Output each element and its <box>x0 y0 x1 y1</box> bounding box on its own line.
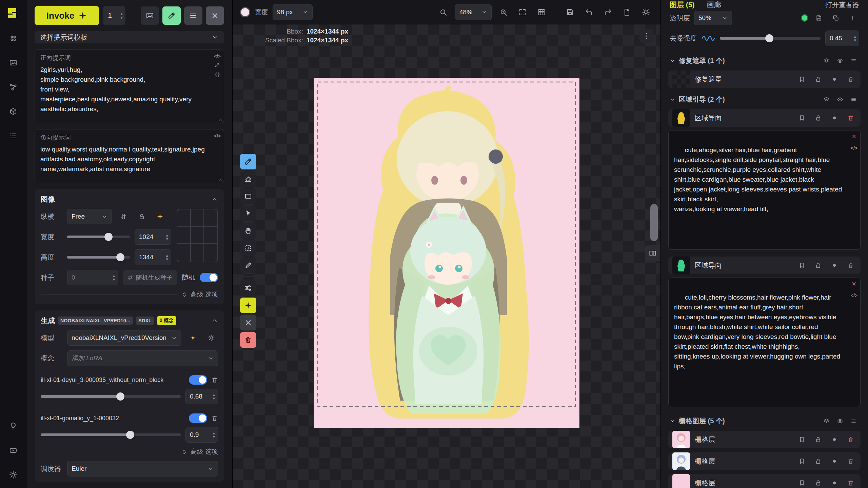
code-icon[interactable]: </> <box>214 133 220 139</box>
swap-dimensions-icon[interactable] <box>117 210 130 223</box>
bookmark-icon[interactable] <box>796 455 808 467</box>
inpaint-mask-layer[interactable]: 修复遮罩 <box>668 70 861 88</box>
resize-handle-icon[interactable] <box>217 176 222 182</box>
negative-prompt-box[interactable]: 负向提示词 low quality,worst quality,norma l … <box>35 129 224 183</box>
model-settings-icon[interactable] <box>204 331 218 345</box>
canvas-settings-icon[interactable] <box>639 5 653 19</box>
height-slider-knob[interactable] <box>116 253 124 261</box>
width-slider-knob[interactable] <box>104 233 113 241</box>
nav-models-icon[interactable] <box>6 104 20 119</box>
nav-generate-icon[interactable] <box>6 31 20 45</box>
canvas-surface[interactable]: Bbox: 1024×1344 px Scaled Bbox: 1024×134… <box>233 24 660 488</box>
generation-advanced-label[interactable]: 高级 选项 <box>191 447 218 456</box>
lock-icon[interactable] <box>812 477 824 488</box>
model-select[interactable]: noobaiXLNAIXL_vPred10Version <box>67 330 181 346</box>
video-tutorials-icon[interactable] <box>6 443 20 458</box>
negative-prompt-text[interactable]: low quality,worst quality,norma l qualit… <box>40 144 205 174</box>
grid-snap-icon[interactable] <box>534 5 549 19</box>
undo-icon[interactable] <box>582 5 596 19</box>
raster-section-header[interactable]: 栅格图层 (5 个) <box>661 412 868 429</box>
menu-button[interactable] <box>184 6 202 25</box>
section-menu-icon[interactable] <box>848 415 859 427</box>
positive-prompt-text[interactable]: 2girls,yuri,hug, simple background,pink … <box>40 65 205 114</box>
eraser-tool-button[interactable] <box>240 171 256 187</box>
delete-layer-icon[interactable] <box>845 434 856 445</box>
delete-layer-icon[interactable] <box>845 112 856 124</box>
duplicate-layer-icon[interactable] <box>829 12 842 24</box>
invoke-button[interactable]: Invoke <box>35 6 99 25</box>
enabled-dot-icon[interactable] <box>829 434 840 445</box>
code-icon[interactable]: </> <box>851 143 857 153</box>
invoke-region-button[interactable] <box>240 298 256 313</box>
save-canvas-icon[interactable] <box>563 5 577 19</box>
visibility-icon[interactable] <box>834 415 846 427</box>
panel-resize-handle[interactable] <box>650 204 658 241</box>
new-session-icon[interactable] <box>620 5 634 19</box>
lora-weight-input[interactable]: 0.9 ▴▾ <box>185 427 218 443</box>
compare-viewer-button[interactable] <box>645 245 660 261</box>
settings-gear-icon[interactable] <box>6 468 20 482</box>
redo-icon[interactable] <box>601 5 615 19</box>
enabled-dot-icon[interactable] <box>829 477 840 488</box>
notifications-icon[interactable] <box>6 419 20 433</box>
visibility-icon[interactable] <box>834 55 846 66</box>
delete-layer-icon[interactable] <box>845 455 856 467</box>
rect-tool-button[interactable] <box>240 188 256 204</box>
brush-width-select[interactable]: 98 px <box>273 4 313 20</box>
seed-input[interactable]: 0 ▴▾ <box>67 270 118 285</box>
canvas-menu-button[interactable]: ⋮ <box>639 29 653 43</box>
model-sparkle-icon[interactable] <box>186 331 200 345</box>
raster-layer[interactable]: 栅格层 <box>668 452 861 470</box>
bookmark-icon[interactable] <box>796 112 808 124</box>
lock-icon[interactable] <box>812 455 824 467</box>
bookmark-icon[interactable] <box>796 477 808 488</box>
stepper-arrows[interactable]: ▴▾ <box>120 12 123 19</box>
merge-layers-icon[interactable] <box>821 94 832 105</box>
aspect-select[interactable]: Free <box>67 209 112 224</box>
denoise-input[interactable]: 0.45 ▴▾ <box>825 30 859 46</box>
positive-prompt-box[interactable]: 正向提示词 2girls,yuri,hug, simple background… <box>35 49 224 123</box>
braces-icon[interactable]: { } <box>215 72 219 77</box>
optimize-size-icon[interactable] <box>153 210 167 223</box>
fit-to-view-icon[interactable] <box>515 5 530 19</box>
color-picker-tool-button[interactable] <box>240 258 256 273</box>
bookmark-icon[interactable] <box>796 260 808 271</box>
regional-guidance-layer[interactable]: 区域导向 <box>668 257 861 274</box>
regional-guidance-layer[interactable]: 区域导向 <box>668 109 861 127</box>
nav-workflows-icon[interactable] <box>6 80 20 94</box>
delete-layer-icon[interactable] <box>845 74 856 85</box>
expand-advanced-icon[interactable] <box>181 449 187 455</box>
select-tool-button[interactable] <box>240 206 256 221</box>
close-button[interactable] <box>206 6 224 25</box>
enabled-dot-icon[interactable] <box>829 260 840 271</box>
raster-layer[interactable]: 栅格层 <box>668 431 861 448</box>
section-menu-icon[interactable] <box>848 55 859 66</box>
delete-lora-icon[interactable] <box>211 415 218 422</box>
regional-section-header[interactable]: 区域引导 (2 个) <box>661 90 868 107</box>
remove-prompt-icon[interactable]: × <box>852 281 856 287</box>
expand-advanced-icon[interactable] <box>181 292 187 298</box>
delete-lora-icon[interactable] <box>211 377 218 383</box>
add-layer-icon[interactable] <box>846 12 859 24</box>
delete-layer-icon[interactable] <box>845 260 856 271</box>
layer-color-indicator[interactable] <box>801 14 808 22</box>
prompt-template-select[interactable]: 选择提示词模板 <box>35 31 224 43</box>
bookmark-icon[interactable] <box>796 434 808 445</box>
height-input[interactable]: 1344 ▴▾ <box>135 249 171 265</box>
brush-color-swatch[interactable] <box>240 7 250 17</box>
lora-enabled-toggle[interactable] <box>189 375 207 385</box>
brush-tool-button[interactable] <box>240 154 256 169</box>
lock-icon[interactable] <box>812 74 824 85</box>
random-seed-toggle[interactable] <box>200 273 218 282</box>
lora-weight-slider[interactable] <box>41 433 181 436</box>
code-icon[interactable]: </> <box>851 291 857 301</box>
lock-icon[interactable] <box>812 434 824 445</box>
enabled-dot-icon[interactable] <box>829 74 840 85</box>
random-seed-button[interactable]: 随机生成种子 <box>123 270 177 285</box>
collapse-icon[interactable] <box>211 317 218 324</box>
image-advanced-label[interactable]: 高级 选项 <box>191 290 218 299</box>
zoom-in-icon[interactable] <box>496 5 511 19</box>
enabled-dot-icon[interactable] <box>829 455 840 467</box>
section-menu-icon[interactable] <box>848 94 859 105</box>
open-viewer-link[interactable]: 打开查看器 <box>825 0 859 9</box>
